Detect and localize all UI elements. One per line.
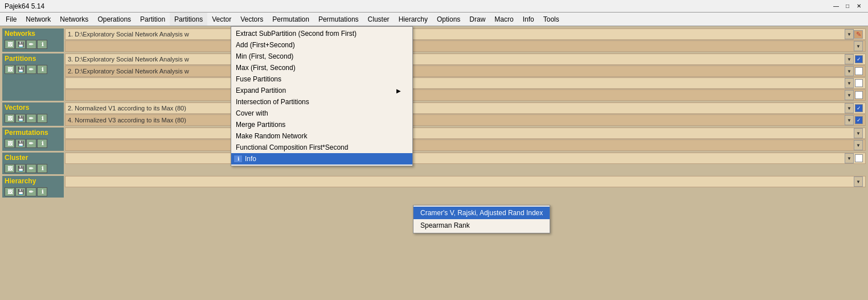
menu-options[interactable]: Options bbox=[432, 13, 465, 26]
dropdown-expand-partition[interactable]: Expand Partition ▶ bbox=[231, 85, 412, 96]
dropdown-add-first-second[interactable]: Add (First+Second) bbox=[231, 39, 412, 51]
vectors-icon-3[interactable]: ✏ bbox=[26, 114, 36, 123]
partitions-icon-4[interactable]: ℹ bbox=[37, 65, 47, 74]
dropdown-extract-subpartition[interactable]: Extract SubPartition (Second from First) bbox=[231, 28, 412, 39]
menu-file[interactable]: File bbox=[1, 13, 21, 26]
submenu-cramers-v[interactable]: Cramer's V, Rajski, Adjusted Rand Index bbox=[413, 207, 550, 219]
hierarchy-icon-4[interactable]: ℹ bbox=[37, 187, 47, 196]
vectors-panel: Vectors 🖼 💾 ✏ ℹ 2. Normalized V1 accordi… bbox=[2, 102, 866, 126]
partition-row-4-arrow[interactable]: ▼ bbox=[845, 90, 854, 100]
menu-tools[interactable]: Tools bbox=[539, 13, 564, 26]
dropdown-make-random-network[interactable]: Make Random Network bbox=[231, 130, 412, 142]
partition-row-4: ▼ bbox=[65, 89, 866, 101]
maximize-button[interactable]: □ bbox=[843, 2, 852, 11]
cluster-icon-4[interactable]: ℹ bbox=[37, 164, 47, 173]
networks-panel: Networks 🖼 💾 ✏ ℹ 1. D:\Exploratory Socia… bbox=[2, 28, 866, 52]
partitions-icon-3[interactable]: ✏ bbox=[26, 65, 36, 74]
minimize-button[interactable]: — bbox=[832, 2, 841, 11]
menu-cluster[interactable]: Cluster bbox=[363, 13, 394, 26]
networks-label: Networks 🖼 💾 ✏ ℹ bbox=[2, 28, 64, 52]
networks-icon-2[interactable]: 💾 bbox=[15, 40, 26, 49]
vector-row-2: 4. Normalized V3 according to its Max (8… bbox=[65, 114, 866, 126]
partitions-icon-2[interactable]: 💾 bbox=[15, 65, 26, 74]
vectors-icon-4[interactable]: ℹ bbox=[37, 114, 47, 123]
menu-vector[interactable]: Vector bbox=[207, 13, 236, 26]
hierarchy-row-1-arrow[interactable]: ▼ bbox=[854, 176, 863, 187]
partition-row-1: 3. D:\Exploratory Social Network Analysi… bbox=[65, 54, 866, 65]
partition-row-1-text: 3. D:\Exploratory Social Network Analysi… bbox=[68, 56, 844, 63]
networks-icon-3[interactable]: ✏ bbox=[26, 40, 36, 49]
networks-rows: 1. D:\Exploratory Social Network Analysi… bbox=[65, 28, 866, 52]
partitions-title: Partitions bbox=[5, 55, 36, 63]
info-label: Info bbox=[245, 155, 256, 163]
partitions-icon-1[interactable]: 🖼 bbox=[5, 65, 15, 74]
dropdown-info[interactable]: ℹ Info bbox=[231, 153, 412, 165]
partition-row-2-arrow[interactable]: ▼ bbox=[845, 66, 854, 76]
partition-row-3-arrow[interactable]: ▼ bbox=[845, 78, 854, 88]
menu-networks[interactable]: Networks bbox=[55, 13, 93, 26]
cluster-icon-1[interactable]: 🖼 bbox=[5, 164, 15, 173]
permutations-title: Permutations bbox=[5, 129, 48, 137]
cluster-icon-2[interactable]: 💾 bbox=[15, 164, 26, 173]
network-row-1-edit[interactable]: ✎ bbox=[854, 30, 863, 39]
menu-partition[interactable]: Partition bbox=[136, 13, 170, 26]
cluster-icon-3[interactable]: ✏ bbox=[26, 164, 36, 173]
dropdown-overlay: Extract SubPartition (Second from First)… bbox=[231, 26, 413, 166]
partitions-rows: 3. D:\Exploratory Social Network Analysi… bbox=[65, 54, 866, 101]
cluster-row-1-arrow[interactable]: ▼ bbox=[845, 153, 854, 163]
vector-row-1-checkbox[interactable]: ✓ bbox=[855, 104, 863, 112]
vector-row-2-text: 4. Normalized V3 according to its Max (8… bbox=[68, 117, 844, 124]
dropdown-cover-with[interactable]: Cover with bbox=[231, 108, 412, 119]
menu-macro[interactable]: Macro bbox=[490, 13, 518, 26]
partition-row-3-checkbox[interactable] bbox=[855, 79, 863, 87]
vector-row-2-arrow[interactable]: ▼ bbox=[845, 115, 854, 125]
vectors-rows: 2. Normalized V1 according to its Max (8… bbox=[65, 102, 866, 126]
network-row-1-arrow[interactable]: ▼ bbox=[845, 29, 854, 39]
menu-partitions[interactable]: Partitions bbox=[170, 13, 207, 26]
expand-partition-arrow: ▶ bbox=[396, 88, 401, 94]
partition-row-2-checkbox[interactable] bbox=[855, 67, 863, 75]
permutation-row-2-arrow[interactable]: ▼ bbox=[854, 140, 863, 150]
vector-row-2-checkbox[interactable]: ✓ bbox=[855, 116, 863, 124]
menu-permutation[interactable]: Permutation bbox=[268, 13, 314, 26]
menu-operations[interactable]: Operations bbox=[93, 13, 136, 26]
partition-row-1-arrow[interactable]: ▼ bbox=[845, 54, 854, 64]
vectors-icon-1[interactable]: 🖼 bbox=[5, 114, 15, 123]
network-row-2-arrow[interactable]: ▼ bbox=[854, 41, 863, 51]
partitions-label: Partitions 🖼 💾 ✏ ℹ bbox=[2, 54, 64, 101]
cluster-row-1-checkbox[interactable] bbox=[855, 154, 863, 162]
dropdown-fuse-partitions[interactable]: Fuse Partitions bbox=[231, 73, 412, 85]
permutations-rows: ▼ ▼ bbox=[65, 128, 866, 151]
submenu-spearman-rank[interactable]: Spearman Rank bbox=[413, 219, 550, 232]
partition-row-4-checkbox[interactable] bbox=[855, 91, 863, 99]
dropdown-max-first-second[interactable]: Max (First, Second) bbox=[231, 62, 412, 73]
hierarchy-rows: ▼ bbox=[65, 176, 866, 198]
permutations-icon-3[interactable]: ✏ bbox=[26, 139, 36, 148]
close-button[interactable]: ✕ bbox=[854, 2, 863, 11]
dropdown-functional-composition[interactable]: Functional Composition First*Second bbox=[231, 142, 412, 153]
vector-row-1-arrow[interactable]: ▼ bbox=[845, 103, 854, 113]
menu-hierarchy[interactable]: Hierarchy bbox=[394, 13, 432, 26]
hierarchy-icon-3[interactable]: ✏ bbox=[26, 187, 36, 196]
permutations-icon-4[interactable]: ℹ bbox=[37, 139, 47, 148]
menu-vectors[interactable]: Vectors bbox=[236, 13, 268, 26]
network-row-1: 1. D:\Exploratory Social Network Analysi… bbox=[65, 28, 866, 40]
permutation-row-1-arrow[interactable]: ▼ bbox=[854, 128, 863, 138]
networks-icons: 🖼 💾 ✏ ℹ bbox=[5, 40, 47, 49]
vectors-icon-2[interactable]: 💾 bbox=[15, 114, 26, 123]
menu-network[interactable]: Network bbox=[21, 13, 55, 26]
partition-row-1-checkbox[interactable]: ✓ bbox=[855, 55, 863, 63]
dropdown-min-first-second[interactable]: Min (First, Second) bbox=[231, 51, 412, 62]
dropdown-intersection[interactable]: Intersection of Partitions bbox=[231, 96, 412, 108]
permutations-icon-2[interactable]: 💾 bbox=[15, 139, 26, 148]
hierarchy-label: Hierarchy 🖼 💾 ✏ ℹ bbox=[2, 176, 64, 198]
menu-permutations[interactable]: Permutations bbox=[314, 13, 363, 26]
dropdown-merge-partitions[interactable]: Merge Partitions bbox=[231, 119, 412, 130]
networks-icon-1[interactable]: 🖼 bbox=[5, 40, 15, 49]
menu-draw[interactable]: Draw bbox=[465, 13, 490, 26]
permutations-icon-1[interactable]: 🖼 bbox=[5, 139, 15, 148]
hierarchy-icon-1[interactable]: 🖼 bbox=[5, 187, 15, 196]
menu-info[interactable]: Info bbox=[518, 13, 539, 26]
networks-icon-4[interactable]: ℹ bbox=[37, 40, 47, 49]
hierarchy-icon-2[interactable]: 💾 bbox=[15, 187, 26, 196]
